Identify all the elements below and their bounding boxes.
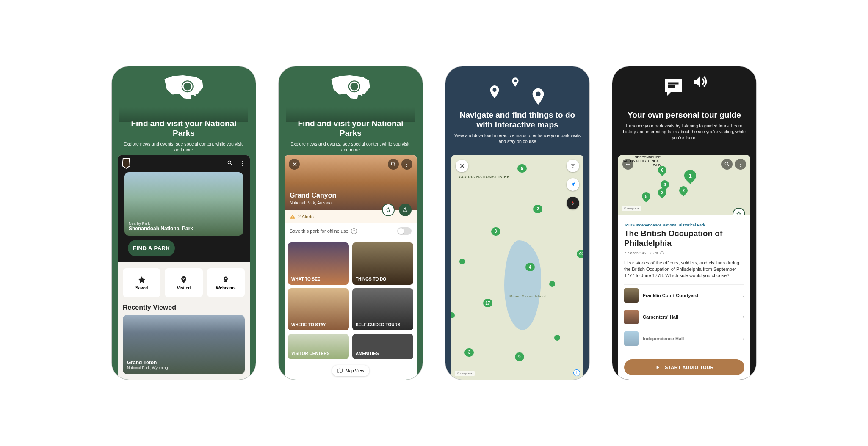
chevron-right-icon: › <box>743 292 744 298</box>
park-hero-image: ✕ ⋮ Grand Canyon National Park, Arizona <box>285 155 417 210</box>
tour-map[interactable]: ← ⋮ INDEPENDENCE NATIONAL HISTORICAL PAR… <box>618 155 750 215</box>
svg-rect-14 <box>292 217 293 218</box>
promo-title: Navigate and find things to do with inte… <box>453 110 582 130</box>
visited-tile[interactable]: Visited <box>165 268 202 297</box>
things-to-do-card[interactable]: THINGS TO DO <box>352 242 413 285</box>
close-icon[interactable]: ✕ <box>456 160 468 172</box>
more-icon[interactable]: ⋮ <box>735 159 746 170</box>
saved-tile[interactable]: Saved <box>123 268 160 297</box>
where-to-stay-card[interactable]: WHERE TO STAY <box>288 288 349 330</box>
help-icon[interactable]: ? <box>351 228 357 234</box>
tour-title: The British Occupation of Philadelphia <box>624 229 744 248</box>
search-icon[interactable] <box>721 159 733 170</box>
map-attribution: © mapbox <box>455 371 475 376</box>
promo-subtitle: Explore news and events, see special con… <box>286 141 415 153</box>
share-button[interactable] <box>399 204 412 216</box>
recent-park-sub: National Park, Wyoming <box>127 366 168 370</box>
svg-line-4 <box>231 164 232 165</box>
app-screen-map: ACADIA NATIONAL PARK Mount Desert Island… <box>451 155 583 380</box>
headphones-icon <box>660 251 664 256</box>
nearby-label: Nearby Park <box>129 221 193 226</box>
svg-rect-18 <box>668 83 679 85</box>
tour-description: Hear stories of the officers, soldiers, … <box>624 260 744 279</box>
offline-toggle[interactable] <box>397 227 412 235</box>
svg-rect-19 <box>668 85 676 88</box>
compass-icon[interactable] <box>567 197 579 209</box>
tour-meta: 7 places • 45 - 75 m <box>624 251 744 256</box>
visitor-centers-card[interactable]: VISITOR CENTERS <box>288 334 349 359</box>
more-icon[interactable]: ⋮ <box>401 159 412 170</box>
webcams-tile[interactable]: Webcams <box>207 268 245 297</box>
island-label: Mount Desert Island <box>509 295 546 298</box>
tour-stop-pin[interactable]: 2 <box>677 184 689 196</box>
stop-thumbnail <box>624 331 639 346</box>
svg-rect-13 <box>292 216 293 217</box>
map-cluster[interactable]: 2 <box>533 205 542 213</box>
category-grid: WHAT TO SEE THINGS TO DO WHERE TO STAY S… <box>285 239 417 363</box>
svg-point-16 <box>514 80 517 83</box>
park-subtitle: National Park, Arizona <box>290 201 332 205</box>
screenshot-3: Navigate and find things to do with inte… <box>445 66 589 380</box>
recent-park-card[interactable]: Grand Teton National Park, Wyoming <box>123 315 245 374</box>
map-attribution: © mapbox <box>622 206 641 211</box>
promo-subtitle: Explore news and events, see special con… <box>119 141 248 153</box>
app-screen-park-detail: ✕ ⋮ Grand Canyon National Park, Arizona … <box>285 155 417 380</box>
alerts-banner[interactable]: 2 Alerts <box>285 210 417 223</box>
self-guided-tours-card[interactable]: SELF-GUIDED TOURS <box>352 288 413 330</box>
amenities-card[interactable]: AMENITIES <box>352 334 413 359</box>
star-icon <box>138 275 146 284</box>
map-cluster[interactable]: 40 <box>577 250 583 258</box>
map-icon <box>337 368 343 374</box>
app-screen-home: ⋮ Nearby Park Shenandoah National Park F… <box>118 155 250 380</box>
map-cluster[interactable]: 5 <box>517 164 527 173</box>
tour-stop-pin[interactable]: 1 <box>682 167 699 184</box>
search-icon[interactable] <box>388 159 399 170</box>
pin-check-icon <box>180 275 188 284</box>
favorite-button[interactable] <box>382 204 395 216</box>
tour-stop-item[interactable]: Franklin Court Courtyard › <box>624 284 744 306</box>
close-icon[interactable]: ✕ <box>289 159 300 170</box>
breadcrumb[interactable]: Tour • Independence National Historical … <box>624 223 744 227</box>
tour-stop-pin[interactable]: 5 <box>640 190 652 202</box>
search-icon[interactable] <box>227 160 233 168</box>
back-icon[interactable]: ← <box>622 159 633 170</box>
map-cluster[interactable]: 3 <box>491 227 500 236</box>
map-view-button[interactable]: Map View <box>332 365 369 376</box>
park-name-label: ACADIA NATIONAL PARK <box>459 175 510 179</box>
svg-point-3 <box>228 161 231 164</box>
svg-line-12 <box>394 165 395 166</box>
map-marker[interactable] <box>554 335 560 341</box>
what-to-see-card[interactable]: WHAT TO SEE <box>288 242 349 285</box>
svg-point-17 <box>536 92 541 97</box>
filter-icon[interactable] <box>567 160 579 172</box>
offline-row: Save this park for offline use ? <box>285 223 417 239</box>
nearby-park-card[interactable]: Nearby Park Shenandoah National Park <box>124 172 243 236</box>
share-icon <box>402 207 408 213</box>
screenshot-1: Find and visit your National Parks Explo… <box>112 66 256 380</box>
svg-point-11 <box>391 162 394 165</box>
svg-point-20 <box>725 162 728 165</box>
tour-stop-item[interactable]: Carpenters' Hall › <box>624 306 744 328</box>
map-marker[interactable] <box>451 312 455 318</box>
info-icon[interactable]: i <box>573 369 580 376</box>
more-icon[interactable]: ⋮ <box>239 160 246 167</box>
svg-point-15 <box>493 88 497 92</box>
interactive-map[interactable]: ACADIA NATIONAL PARK Mount Desert Island… <box>451 155 583 380</box>
map-marker[interactable] <box>459 259 465 264</box>
map-cluster[interactable]: 17 <box>483 299 492 307</box>
tour-stop-item[interactable]: Independence Hall › <box>624 328 744 349</box>
map-cluster[interactable]: 3 <box>464 348 474 357</box>
map-pins-icon <box>453 72 582 106</box>
promo-subtitle: Enhance your park visits by listening to… <box>620 123 749 141</box>
park-name: Grand Canyon <box>290 192 336 199</box>
stop-thumbnail <box>624 310 639 324</box>
recently-viewed-heading: Recently Viewed <box>123 304 245 311</box>
audio-guide-icon <box>620 72 749 100</box>
start-audio-tour-button[interactable]: START AUDIO TOUR <box>624 359 744 375</box>
locate-me-icon[interactable] <box>567 178 579 191</box>
map-cluster[interactable]: 4 <box>525 263 535 271</box>
find-a-park-button[interactable]: FIND A PARK <box>128 240 175 256</box>
promo-title: Your own personal tour guide <box>620 110 749 120</box>
map-marker[interactable] <box>549 281 555 287</box>
map-cluster[interactable]: 9 <box>515 352 524 361</box>
